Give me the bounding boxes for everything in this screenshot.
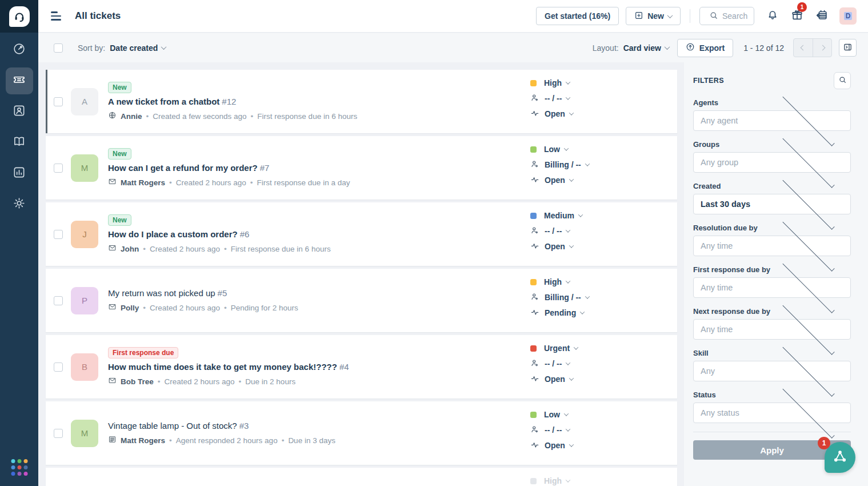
switch-dashboard-button[interactable] xyxy=(815,9,828,23)
headset-logo-icon xyxy=(9,6,30,27)
notifications-button[interactable] xyxy=(766,9,779,23)
main-content: A New A new ticket from a chatbot#12 Ann… xyxy=(38,62,868,486)
contact-name[interactable]: Annie xyxy=(121,112,142,121)
chevron-down-icon xyxy=(566,278,570,283)
chevron-down-icon xyxy=(585,161,590,166)
ticket-card-partial[interactable]: High xyxy=(46,468,677,486)
priority-dropdown[interactable]: Low xyxy=(530,409,573,420)
gear-icon xyxy=(13,197,26,212)
search-input[interactable]: Search xyxy=(699,7,754,25)
contact-name[interactable]: John xyxy=(121,245,139,253)
filter-first-response-due-dropdown[interactable]: Any time xyxy=(693,277,851,298)
ticket-checkbox[interactable] xyxy=(54,362,63,372)
priority-dropdown[interactable]: Urgent xyxy=(530,342,578,354)
ticket-title[interactable]: How do I place a custom order?#6 xyxy=(108,229,331,239)
ticket-checkbox[interactable] xyxy=(54,296,63,305)
app-switcher-icon[interactable] xyxy=(11,459,27,476)
ticket-due: First response due in a day xyxy=(257,178,350,187)
ticket-checkbox[interactable] xyxy=(54,230,63,239)
sidebar-item-dashboard[interactable] xyxy=(6,37,33,63)
ticket-title[interactable]: Vintage table lamp - Out of stock?#3 xyxy=(108,421,335,431)
filter-groups-dropdown[interactable]: Any group xyxy=(693,152,851,173)
ticket-checkbox[interactable] xyxy=(54,164,63,173)
status-dropdown[interactable]: Open xyxy=(530,241,582,252)
previous-page-button[interactable] xyxy=(794,39,813,57)
next-page-button[interactable] xyxy=(813,39,831,57)
email-icon xyxy=(108,177,121,188)
sidebar-item-solutions[interactable] xyxy=(6,129,33,156)
export-button[interactable]: Export xyxy=(677,39,733,57)
chat-widget-button[interactable]: 1 xyxy=(825,442,855,473)
sort-dropdown[interactable]: Date created xyxy=(110,43,166,53)
status-dropdown[interactable]: Open xyxy=(530,174,589,186)
ticket-card[interactable]: J New How do I place a custom order?#6 J… xyxy=(46,202,677,266)
ticket-title[interactable]: My return was not picked up#5 xyxy=(108,288,298,298)
sidebar-item-admin[interactable] xyxy=(6,191,33,218)
sidebar-item-tickets[interactable] xyxy=(6,67,33,94)
assign-agent-dropdown[interactable]: -- / -- xyxy=(530,358,578,369)
panel-toggle-icon xyxy=(843,42,853,54)
filter-created-dropdown[interactable]: Last 30 days xyxy=(693,194,851,214)
ticket-due: Pending for 2 hours xyxy=(231,304,298,312)
priority-dropdown[interactable]: Medium xyxy=(530,210,582,221)
chevron-down-icon xyxy=(566,360,570,365)
assign-agent-dropdown[interactable]: -- / -- xyxy=(530,424,573,436)
sidebar-item-contacts[interactable] xyxy=(6,98,33,125)
knowledge-book-icon xyxy=(13,135,26,150)
ticket-id: #5 xyxy=(218,288,227,298)
priority-dropdown[interactable]: High xyxy=(530,475,570,486)
contact-name[interactable]: Matt Rogers xyxy=(121,436,165,445)
ticket-card[interactable]: A New A new ticket from a chatbot#12 Ann… xyxy=(46,70,677,133)
filter-agents-dropdown[interactable]: Any agent xyxy=(693,110,851,131)
contact-name[interactable]: Matt Rogers xyxy=(121,178,165,187)
priority-dropdown[interactable]: High xyxy=(530,276,589,288)
ticket-card[interactable]: B First response due How much time does … xyxy=(46,335,677,399)
ticket-title[interactable]: A new ticket from a chatbot#12 xyxy=(108,97,357,106)
assign-agent-dropdown[interactable]: -- / -- xyxy=(530,225,582,237)
ticket-card[interactable]: M Vintage table lamp - Out of stock?#3 M… xyxy=(46,401,677,465)
filter-resolution-due-dropdown[interactable]: Any time xyxy=(693,236,851,256)
filter-next-response-due-dropdown[interactable]: Any time xyxy=(693,319,851,340)
filter-status-dropdown[interactable]: Any status xyxy=(693,403,851,423)
ticket-card[interactable]: P My return was not picked up#5 Polly •C… xyxy=(46,269,677,332)
user-avatar[interactable]: D xyxy=(839,7,857,25)
ticket-card[interactable]: M New How can I get a refund for my orde… xyxy=(46,136,677,200)
ticket-title[interactable]: How much time does it take to get my mon… xyxy=(108,362,349,372)
status-dropdown[interactable]: Pending xyxy=(530,307,589,318)
get-started-button[interactable]: Get started (16%) xyxy=(536,7,619,25)
priority-dropdown[interactable]: High xyxy=(530,77,573,89)
ticket-id: #7 xyxy=(260,163,270,173)
freshchat-network-icon xyxy=(832,448,848,467)
select-all-checkbox[interactable] xyxy=(54,43,63,53)
ticket-title[interactable]: How can I get a refund for my order?#7 xyxy=(108,163,350,173)
status-dropdown[interactable]: Open xyxy=(530,440,573,451)
freshdesk-logo[interactable] xyxy=(0,0,38,33)
status-dropdown[interactable]: Open xyxy=(530,108,573,119)
assign-agent-icon xyxy=(530,160,545,170)
contact-name[interactable]: Bob Tree xyxy=(121,377,154,386)
plus-square-icon xyxy=(634,11,647,22)
sidebar-item-analytics[interactable] xyxy=(6,160,33,187)
ticket-checkbox[interactable] xyxy=(54,429,63,438)
layout-dropdown[interactable]: Card view xyxy=(623,43,669,53)
priority-dropdown[interactable]: Low xyxy=(530,144,589,155)
menu-toggle-icon[interactable] xyxy=(51,11,62,20)
assign-agent-dropdown[interactable]: Billing / -- xyxy=(530,159,589,170)
chevron-right-icon xyxy=(819,45,825,51)
collapse-panel-button[interactable] xyxy=(839,39,857,57)
new-button[interactable]: New xyxy=(626,7,681,25)
dashboard-gauge-icon xyxy=(13,42,26,58)
status-badge: First response due xyxy=(108,347,178,358)
ticket-checkbox[interactable] xyxy=(54,97,63,106)
switch-back-icon xyxy=(815,9,828,23)
status-activity-icon xyxy=(530,374,545,385)
assign-agent-icon xyxy=(530,93,545,104)
status-dropdown[interactable]: Open xyxy=(530,373,578,385)
filter-skill-dropdown[interactable]: Any xyxy=(693,361,851,381)
assign-agent-dropdown[interactable]: Billing / -- xyxy=(530,292,589,303)
contact-name[interactable]: Polly xyxy=(121,304,139,312)
whats-new-button[interactable]: 1 xyxy=(791,9,803,23)
assign-agent-dropdown[interactable]: -- / -- xyxy=(530,93,573,104)
ticket-meta: Created a few seconds ago xyxy=(153,112,246,121)
filter-search-button[interactable] xyxy=(834,72,851,89)
